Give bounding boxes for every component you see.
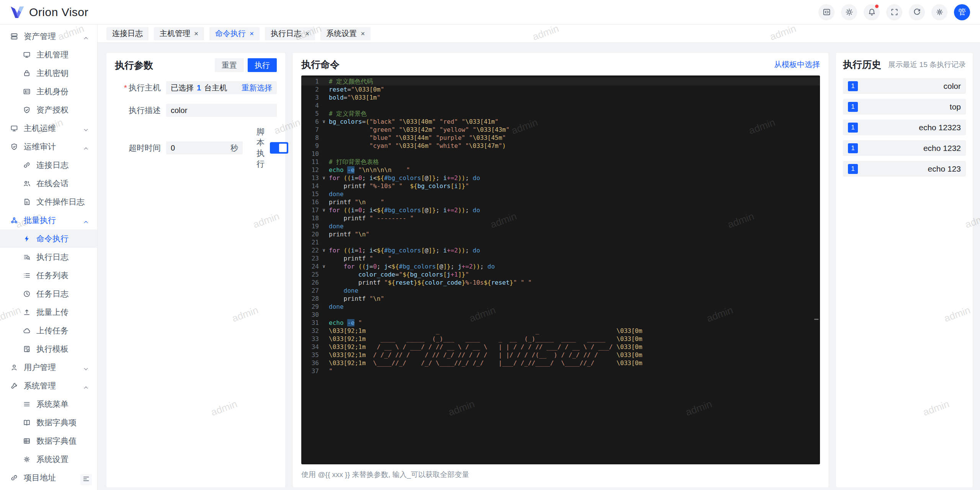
script-exec-toggle[interactable] xyxy=(270,142,288,154)
choose-template-link[interactable]: 从模板中选择 xyxy=(774,59,820,70)
script-exec-label: 脚本执行 xyxy=(256,126,265,169)
timeout-input[interactable]: 0 秒 xyxy=(166,141,243,154)
code-editor[interactable]: 1# 定义颜色代码2reset="\033[0m"3bold="\033[1m"… xyxy=(301,75,820,464)
sidebar-item-system-menu[interactable]: 系统菜单 xyxy=(0,395,97,413)
fold-chevron-icon[interactable]: ∨ xyxy=(319,262,329,270)
sidebar-item-file-operation-log[interactable]: 文件操作日志 xyxy=(0,193,97,211)
tab-close-icon[interactable]: × xyxy=(361,30,365,37)
sidebar-item-connection-log[interactable]: 连接日志 xyxy=(0,156,97,174)
execution-log-icon xyxy=(23,253,31,261)
tab-close-icon[interactable]: × xyxy=(194,30,198,37)
code-line: 28 printf "\n" xyxy=(301,295,820,303)
sidebar-item-label: 主机密钥 xyxy=(36,68,69,79)
sidebar-item-dict-values[interactable]: 数据字典值 xyxy=(0,432,97,450)
line-number: 13 xyxy=(301,174,319,182)
user-avatar[interactable]: 管 xyxy=(954,4,970,20)
sidebar-collapse-button[interactable] xyxy=(80,474,92,485)
sidebar-item-ops-audit[interactable]: 运维审计 xyxy=(0,138,97,156)
history-item[interactable]: 1top xyxy=(843,99,966,115)
tab-close-icon[interactable]: × xyxy=(305,30,309,37)
code-text: # 定义颜色代码 xyxy=(329,77,820,85)
code-text: done xyxy=(329,190,820,198)
code-line: 34\033[92;1m / __ \ / ___/ / // __ \ / _… xyxy=(301,343,820,351)
sidebar-item-label: 执行日志 xyxy=(36,252,69,262)
menu-fold-icon xyxy=(82,475,90,484)
sidebar-item-execution-log[interactable]: 执行日志 xyxy=(0,248,97,266)
sidebar-item-host-ops[interactable]: 主机运维 xyxy=(0,119,97,138)
tab-connection-log[interactable]: 连接日志 xyxy=(106,27,149,40)
description-input[interactable]: color xyxy=(166,104,277,117)
tab-execution-log[interactable]: 执行日志× xyxy=(265,27,315,40)
code-line: 14 printf "%-10s" " ${bg_colors[i]}" xyxy=(301,182,820,190)
line-number: 15 xyxy=(301,190,319,198)
code-line: 1# 定义颜色代码 xyxy=(301,77,820,85)
sidebar-item-label: 在线会话 xyxy=(36,178,69,189)
sidebar-item-host-identity[interactable]: 主机身份 xyxy=(0,82,97,101)
fold-chevron-icon[interactable]: ∨ xyxy=(319,206,329,214)
fold-gutter xyxy=(319,295,329,303)
host-selected-suffix: 台主机 xyxy=(204,83,227,93)
refresh-button[interactable] xyxy=(909,4,925,20)
code-line: 18 printf " -------- " xyxy=(301,214,820,222)
tab-close-icon[interactable]: × xyxy=(250,30,254,37)
fold-gutter xyxy=(319,190,329,198)
code-text: done xyxy=(329,287,820,295)
history-item[interactable]: 1echo 123 xyxy=(843,161,966,177)
code-editor-button[interactable] xyxy=(818,4,835,20)
sidebar-item-host-keys[interactable]: 主机密钥 xyxy=(0,64,97,82)
sidebar-item-label: 运维审计 xyxy=(24,141,56,152)
chevron-down-icon xyxy=(83,126,89,131)
host-ops-icon xyxy=(10,125,18,132)
sidebar-item-command-execution[interactable]: 命令执行 xyxy=(0,229,97,248)
sidebar-item-asset-authorization[interactable]: 资产授权 xyxy=(0,101,97,119)
theme-button[interactable] xyxy=(841,4,857,20)
code-text: printf "\n " xyxy=(329,198,820,206)
sidebar-item-execution-templates[interactable]: 执行模板 xyxy=(0,340,97,358)
sidebar-item-online-sessions[interactable]: 在线会话 xyxy=(0,174,97,193)
fold-gutter xyxy=(319,327,329,335)
code-line: 21 xyxy=(301,238,820,246)
system-settings-icon xyxy=(23,456,31,463)
sidebar-item-system-management[interactable]: 系统管理 xyxy=(0,377,97,395)
sidebar-item-dict-items[interactable]: 数据字典项 xyxy=(0,413,97,432)
code-line: 25 color_code="${bg_colors[j+1]}" xyxy=(301,270,820,279)
history-item[interactable]: 1echo 12323 xyxy=(843,120,966,135)
tab-host-management[interactable]: 主机管理× xyxy=(154,27,204,40)
code-line: 5# 定义背景色 xyxy=(301,110,820,118)
code-line: 12echo -e "\n\n\n\n " xyxy=(301,166,820,174)
code-line: 23 printf " " xyxy=(301,254,820,262)
tab-system-settings[interactable]: 系统设置× xyxy=(320,27,371,40)
user-management-icon xyxy=(10,364,18,371)
tab-command-execution[interactable]: 命令执行× xyxy=(209,27,260,40)
sidebar-item-user-management[interactable]: 用户管理 xyxy=(0,358,97,377)
fullscreen-icon xyxy=(890,8,898,16)
sidebar-item-asset-management[interactable]: 资产管理 xyxy=(0,27,97,46)
fold-chevron-icon[interactable]: ∨ xyxy=(319,174,329,182)
sidebar-item-task-list[interactable]: 任务列表 xyxy=(0,266,97,285)
fold-chevron-icon[interactable]: ∨ xyxy=(319,118,329,126)
settings-button[interactable] xyxy=(931,4,947,20)
sidebar-item-batch-upload[interactable]: 批量上传 xyxy=(0,303,97,321)
sidebar-item-task-log[interactable]: 任务日志 xyxy=(0,285,97,303)
history-command: echo 123 xyxy=(928,164,961,174)
reset-button[interactable]: 重置 xyxy=(215,58,244,72)
tab-label: 连接日志 xyxy=(112,28,143,39)
sidebar-item-host-management[interactable]: 主机管理 xyxy=(0,46,97,64)
host-select-field[interactable]: 已选择 1 台主机 重新选择 xyxy=(166,81,277,94)
history-item[interactable]: 1color xyxy=(843,78,966,94)
chevron-up-icon xyxy=(83,144,89,150)
sidebar-item-system-settings[interactable]: 系统设置 xyxy=(0,450,97,469)
sidebar-item-upload-tasks[interactable]: 上传任务 xyxy=(0,321,97,340)
app-logo: Orion Visor xyxy=(10,6,88,19)
fold-chevron-icon[interactable]: ∨ xyxy=(319,246,329,254)
sidebar-item-batch-execution[interactable]: 批量执行 xyxy=(0,211,97,229)
notifications-button[interactable] xyxy=(864,4,880,20)
description-label: 执行描述 xyxy=(115,105,161,116)
run-button[interactable]: 执行 xyxy=(248,58,277,72)
line-number: 5 xyxy=(301,110,319,118)
history-item[interactable]: 1echo 1232 xyxy=(843,140,966,156)
reselect-link[interactable]: 重新选择 xyxy=(242,83,272,93)
fullscreen-button[interactable] xyxy=(886,4,902,20)
params-title: 执行参数 xyxy=(115,59,153,72)
sidebar-item-label: 主机身份 xyxy=(36,86,69,97)
